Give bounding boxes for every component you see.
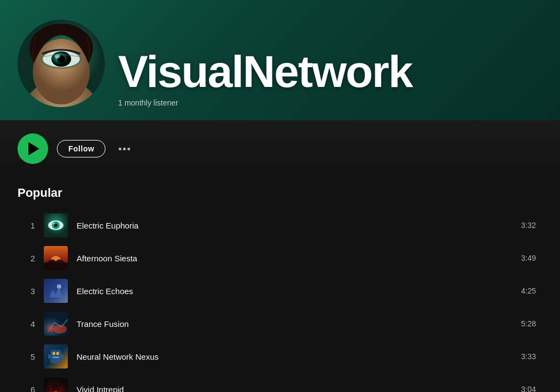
svg-rect-27 [61, 354, 63, 359]
track-number: 3 [24, 286, 35, 296]
svg-rect-16 [44, 262, 68, 270]
track-duration: 3:49 [521, 254, 536, 262]
svg-rect-17 [44, 279, 68, 303]
track-item[interactable]: 1 Electric Euphoria 3:32 [18, 209, 542, 242]
dot-1 [119, 148, 121, 150]
track-name: Electric Euphoria [77, 221, 512, 230]
artist-name: VisualNetwork [118, 49, 412, 94]
track-duration: 5:28 [521, 319, 536, 328]
avatar-image [18, 20, 105, 107]
artist-avatar [18, 20, 105, 107]
controls-bar: Follow [0, 120, 560, 173]
track-number: 1 [24, 221, 35, 230]
track-name: Afternoon Siesta [77, 254, 512, 263]
svg-rect-25 [52, 356, 59, 358]
svg-point-18 [57, 284, 61, 289]
track-duration: 3:04 [521, 385, 536, 392]
track-number: 4 [24, 319, 35, 329]
follow-button[interactable]: Follow [57, 140, 106, 157]
track-thumbnail [44, 246, 68, 270]
track-item[interactable]: 4 Trance Fusion 5:28 [18, 307, 542, 340]
more-options-button[interactable] [114, 145, 135, 153]
track-item[interactable]: 3 Electric Echoes 4:25 [18, 274, 542, 307]
play-button[interactable] [18, 133, 48, 164]
svg-point-13 [53, 223, 55, 225]
svg-rect-24 [56, 352, 59, 355]
track-name: Electric Echoes [77, 286, 512, 296]
monthly-listeners: 1 monthly listener [118, 98, 412, 107]
track-thumbnail [44, 213, 68, 237]
dot-2 [123, 148, 126, 150]
track-item[interactable]: 5 Neural Network Nexus 3:33 [18, 340, 542, 373]
track-item[interactable]: 6 Vivid Intrepid 3:04 [18, 373, 542, 392]
artist-info: VisualNetwork 1 monthly listener [118, 49, 412, 107]
track-thumbnail [44, 312, 68, 336]
svg-rect-23 [52, 352, 55, 355]
track-thumbnail [44, 279, 68, 303]
hero-section: VisualNetwork 1 monthly listener [0, 0, 560, 120]
track-duration: 4:25 [521, 286, 536, 295]
track-number: 6 [24, 385, 35, 393]
track-name: Neural Network Nexus [77, 352, 512, 361]
track-duration: 3:32 [521, 221, 536, 230]
track-item[interactable]: 2 Afternoon Siesta 3:49 [18, 242, 542, 274]
play-icon [28, 142, 39, 155]
track-thumbnail [44, 344, 68, 368]
svg-rect-26 [48, 354, 50, 359]
track-name: Trance Fusion [77, 319, 512, 329]
track-name: Vivid Intrepid [77, 385, 512, 393]
track-number: 2 [24, 254, 35, 263]
popular-title: Popular [18, 186, 542, 200]
track-list: 1 Electric Euphoria 3:32 2 Afternoon Sie… [18, 209, 542, 392]
popular-section: Popular 1 Electric Euphoria 3:32 2 After… [0, 173, 560, 392]
track-number: 5 [24, 352, 35, 361]
dot-3 [127, 148, 130, 150]
track-thumbnail [44, 377, 68, 392]
hero-content: VisualNetwork 1 monthly listener [18, 20, 542, 107]
track-duration: 3:33 [521, 352, 536, 361]
